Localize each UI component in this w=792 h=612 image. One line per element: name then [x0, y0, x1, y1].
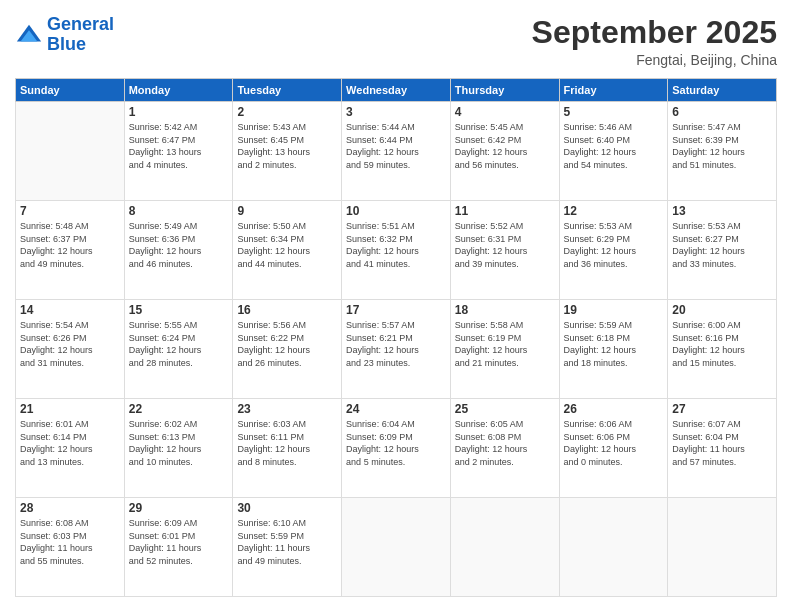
day-info: Sunrise: 5:53 AM Sunset: 6:27 PM Dayligh…	[672, 220, 772, 270]
calendar-cell: 26Sunrise: 6:06 AM Sunset: 6:06 PM Dayli…	[559, 399, 668, 498]
day-info: Sunrise: 5:50 AM Sunset: 6:34 PM Dayligh…	[237, 220, 337, 270]
calendar-cell: 30Sunrise: 6:10 AM Sunset: 5:59 PM Dayli…	[233, 498, 342, 597]
calendar-cell: 14Sunrise: 5:54 AM Sunset: 6:26 PM Dayli…	[16, 300, 125, 399]
calendar-cell: 9Sunrise: 5:50 AM Sunset: 6:34 PM Daylig…	[233, 201, 342, 300]
day-number: 11	[455, 204, 555, 218]
day-number: 25	[455, 402, 555, 416]
day-number: 5	[564, 105, 664, 119]
calendar-cell: 23Sunrise: 6:03 AM Sunset: 6:11 PM Dayli…	[233, 399, 342, 498]
day-info: Sunrise: 6:06 AM Sunset: 6:06 PM Dayligh…	[564, 418, 664, 468]
day-info: Sunrise: 5:44 AM Sunset: 6:44 PM Dayligh…	[346, 121, 446, 171]
day-info: Sunrise: 6:03 AM Sunset: 6:11 PM Dayligh…	[237, 418, 337, 468]
day-number: 10	[346, 204, 446, 218]
calendar-cell: 17Sunrise: 5:57 AM Sunset: 6:21 PM Dayli…	[342, 300, 451, 399]
day-number: 24	[346, 402, 446, 416]
calendar-header-row: Sunday Monday Tuesday Wednesday Thursday…	[16, 79, 777, 102]
calendar-cell: 10Sunrise: 5:51 AM Sunset: 6:32 PM Dayli…	[342, 201, 451, 300]
calendar-cell: 7Sunrise: 5:48 AM Sunset: 6:37 PM Daylig…	[16, 201, 125, 300]
day-info: Sunrise: 6:05 AM Sunset: 6:08 PM Dayligh…	[455, 418, 555, 468]
calendar-cell	[450, 498, 559, 597]
day-number: 7	[20, 204, 120, 218]
calendar-cell	[342, 498, 451, 597]
calendar-cell: 21Sunrise: 6:01 AM Sunset: 6:14 PM Dayli…	[16, 399, 125, 498]
day-info: Sunrise: 6:01 AM Sunset: 6:14 PM Dayligh…	[20, 418, 120, 468]
calendar-cell: 6Sunrise: 5:47 AM Sunset: 6:39 PM Daylig…	[668, 102, 777, 201]
day-info: Sunrise: 5:51 AM Sunset: 6:32 PM Dayligh…	[346, 220, 446, 270]
calendar-cell: 19Sunrise: 5:59 AM Sunset: 6:18 PM Dayli…	[559, 300, 668, 399]
calendar-week-row-1: 7Sunrise: 5:48 AM Sunset: 6:37 PM Daylig…	[16, 201, 777, 300]
day-info: Sunrise: 6:08 AM Sunset: 6:03 PM Dayligh…	[20, 517, 120, 567]
logo: General Blue	[15, 15, 114, 55]
day-number: 23	[237, 402, 337, 416]
calendar-cell: 24Sunrise: 6:04 AM Sunset: 6:09 PM Dayli…	[342, 399, 451, 498]
calendar-cell: 18Sunrise: 5:58 AM Sunset: 6:19 PM Dayli…	[450, 300, 559, 399]
header-tuesday: Tuesday	[233, 79, 342, 102]
day-info: Sunrise: 5:47 AM Sunset: 6:39 PM Dayligh…	[672, 121, 772, 171]
day-number: 30	[237, 501, 337, 515]
day-info: Sunrise: 5:53 AM Sunset: 6:29 PM Dayligh…	[564, 220, 664, 270]
day-number: 12	[564, 204, 664, 218]
day-number: 9	[237, 204, 337, 218]
calendar-cell: 12Sunrise: 5:53 AM Sunset: 6:29 PM Dayli…	[559, 201, 668, 300]
day-number: 8	[129, 204, 229, 218]
day-info: Sunrise: 5:43 AM Sunset: 6:45 PM Dayligh…	[237, 121, 337, 171]
day-info: Sunrise: 5:54 AM Sunset: 6:26 PM Dayligh…	[20, 319, 120, 369]
day-number: 26	[564, 402, 664, 416]
calendar-cell: 29Sunrise: 6:09 AM Sunset: 6:01 PM Dayli…	[124, 498, 233, 597]
calendar-week-row-4: 28Sunrise: 6:08 AM Sunset: 6:03 PM Dayli…	[16, 498, 777, 597]
day-number: 3	[346, 105, 446, 119]
day-number: 20	[672, 303, 772, 317]
day-info: Sunrise: 5:55 AM Sunset: 6:24 PM Dayligh…	[129, 319, 229, 369]
page: General Blue September 2025 Fengtai, Bei…	[0, 0, 792, 612]
header-thursday: Thursday	[450, 79, 559, 102]
day-info: Sunrise: 5:42 AM Sunset: 6:47 PM Dayligh…	[129, 121, 229, 171]
day-info: Sunrise: 5:46 AM Sunset: 6:40 PM Dayligh…	[564, 121, 664, 171]
day-info: Sunrise: 6:00 AM Sunset: 6:16 PM Dayligh…	[672, 319, 772, 369]
calendar-cell: 27Sunrise: 6:07 AM Sunset: 6:04 PM Dayli…	[668, 399, 777, 498]
day-number: 28	[20, 501, 120, 515]
header-monday: Monday	[124, 79, 233, 102]
logo-text: General Blue	[47, 15, 114, 55]
calendar-cell: 25Sunrise: 6:05 AM Sunset: 6:08 PM Dayli…	[450, 399, 559, 498]
day-number: 16	[237, 303, 337, 317]
title-block: September 2025 Fengtai, Beijing, China	[532, 15, 777, 68]
day-number: 4	[455, 105, 555, 119]
day-info: Sunrise: 5:45 AM Sunset: 6:42 PM Dayligh…	[455, 121, 555, 171]
day-info: Sunrise: 5:49 AM Sunset: 6:36 PM Dayligh…	[129, 220, 229, 270]
calendar-week-row-3: 21Sunrise: 6:01 AM Sunset: 6:14 PM Dayli…	[16, 399, 777, 498]
logo-line1: General	[47, 14, 114, 34]
header-sunday: Sunday	[16, 79, 125, 102]
calendar-week-row-0: 1Sunrise: 5:42 AM Sunset: 6:47 PM Daylig…	[16, 102, 777, 201]
day-number: 21	[20, 402, 120, 416]
day-info: Sunrise: 6:07 AM Sunset: 6:04 PM Dayligh…	[672, 418, 772, 468]
day-number: 1	[129, 105, 229, 119]
day-info: Sunrise: 5:57 AM Sunset: 6:21 PM Dayligh…	[346, 319, 446, 369]
calendar-cell: 16Sunrise: 5:56 AM Sunset: 6:22 PM Dayli…	[233, 300, 342, 399]
day-info: Sunrise: 6:09 AM Sunset: 6:01 PM Dayligh…	[129, 517, 229, 567]
calendar-cell	[16, 102, 125, 201]
day-number: 29	[129, 501, 229, 515]
day-info: Sunrise: 5:59 AM Sunset: 6:18 PM Dayligh…	[564, 319, 664, 369]
location-subtitle: Fengtai, Beijing, China	[532, 52, 777, 68]
calendar-week-row-2: 14Sunrise: 5:54 AM Sunset: 6:26 PM Dayli…	[16, 300, 777, 399]
calendar-table: Sunday Monday Tuesday Wednesday Thursday…	[15, 78, 777, 597]
header-friday: Friday	[559, 79, 668, 102]
header-wednesday: Wednesday	[342, 79, 451, 102]
day-info: Sunrise: 5:56 AM Sunset: 6:22 PM Dayligh…	[237, 319, 337, 369]
logo-icon	[15, 21, 43, 49]
calendar-cell: 8Sunrise: 5:49 AM Sunset: 6:36 PM Daylig…	[124, 201, 233, 300]
calendar-cell: 4Sunrise: 5:45 AM Sunset: 6:42 PM Daylig…	[450, 102, 559, 201]
day-info: Sunrise: 6:02 AM Sunset: 6:13 PM Dayligh…	[129, 418, 229, 468]
day-number: 18	[455, 303, 555, 317]
day-number: 19	[564, 303, 664, 317]
calendar-cell: 3Sunrise: 5:44 AM Sunset: 6:44 PM Daylig…	[342, 102, 451, 201]
day-number: 6	[672, 105, 772, 119]
day-number: 14	[20, 303, 120, 317]
day-number: 2	[237, 105, 337, 119]
day-info: Sunrise: 5:58 AM Sunset: 6:19 PM Dayligh…	[455, 319, 555, 369]
day-info: Sunrise: 6:10 AM Sunset: 5:59 PM Dayligh…	[237, 517, 337, 567]
header-saturday: Saturday	[668, 79, 777, 102]
day-number: 27	[672, 402, 772, 416]
calendar-cell: 5Sunrise: 5:46 AM Sunset: 6:40 PM Daylig…	[559, 102, 668, 201]
day-number: 13	[672, 204, 772, 218]
